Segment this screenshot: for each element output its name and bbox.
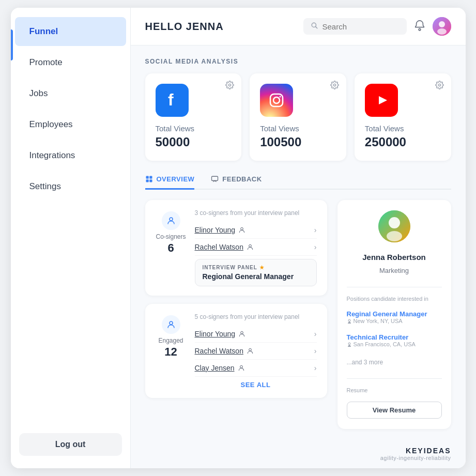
sidebar-label-employees: Employees [29,119,73,129]
sidebar-item-funnel[interactable]: Funnel [15,17,126,46]
sidebar-label-jobs: Jobs [29,88,48,98]
svg-rect-19 [212,176,218,180]
cosigner-name-2: Rachel Watson [195,243,243,251]
svg-point-12 [438,84,440,86]
divider-1 [347,287,442,287]
main-content: HELLO JENNA [131,8,466,468]
star-icon: ★ [259,265,265,270]
youtube-views-count: 250000 [365,135,441,149]
chevron-icon-4: › [314,347,317,355]
profile-name: Jenna Robertson [347,253,442,262]
positions-label: Positions candidate interested in [347,296,442,302]
youtube-gear-icon[interactable] [435,81,444,92]
svg-point-26 [240,365,242,368]
sidebar-item-settings[interactable]: Settings [15,172,126,201]
engaged-person-2[interactable]: Rachel Watson › [195,343,317,360]
youtube-views-label: Total Views [365,124,441,133]
engaged-right: 5 co-signers from your interview panel E… [195,313,317,389]
svg-point-28 [389,217,400,228]
svg-point-29 [387,231,402,241]
cosigners-label: Co-signers [156,233,186,240]
avatar[interactable] [433,17,451,36]
facebook-views-label: Total Views [156,124,232,133]
profile-avatar [378,210,410,242]
cosigners-right: 3 co-signers from your interview panel E… [195,209,317,286]
position-item-2: Technical Recruiter San Francisco, CA, U… [347,333,442,347]
chevron-icon-2: › [314,243,317,251]
tab-overview[interactable]: OVERVIEW [145,175,195,190]
engaged-count: 12 [164,345,177,359]
see-all-button[interactable]: SEE ALL [195,377,317,389]
cosigner-person-2[interactable]: Rachel Watson › [195,239,317,256]
engaged-person-1[interactable]: Elinor Young › [195,326,317,343]
svg-point-25 [249,348,252,351]
sidebar-item-employees[interactable]: Employees [15,110,126,139]
profile-panel: Jenna Robertson Marketing Positions cand… [337,200,451,429]
tab-feedback-label: FEEDBACK [222,175,262,183]
svg-rect-15 [146,176,148,179]
svg-point-23 [170,321,173,325]
svg-point-2 [419,28,421,30]
cosigners-person-icon [162,211,180,230]
engaged-label: Engaged [158,337,183,344]
svg-point-10 [273,97,280,103]
app-container: Funnel Promote Jobs Employees Integratio… [11,8,466,468]
instagram-views-count: 100500 [260,135,336,149]
svg-point-31 [348,343,350,345]
svg-line-1 [315,26,317,28]
engaged-card: Engaged 12 5 co-signers from your interv… [145,304,327,398]
svg-point-22 [249,244,252,247]
facebook-card: f Total Views 50000 [145,73,242,161]
position-loc-text-1: New York, NY, USA [354,318,403,324]
sidebar-item-integrations[interactable]: Integrations [15,141,126,170]
position-title-2[interactable]: Technical Recruiter [347,333,442,341]
panel-left: Co-signers 6 3 co-signers from your inte… [145,200,327,429]
sidebar-label-integrations: Integrations [29,150,75,160]
sidebar: Funnel Promote Jobs Employees Integratio… [11,8,131,468]
svg-point-5 [437,28,447,35]
footer: KEYIDEAS agility-ingenuity-reliability [131,441,466,468]
social-cards: f Total Views 50000 [145,73,451,161]
youtube-logo [365,84,398,117]
svg-point-8 [333,84,335,86]
instagram-gear-icon[interactable] [330,81,339,92]
position-loc-1: New York, NY, USA [347,318,442,324]
svg-rect-18 [149,179,152,182]
notification-icon[interactable] [414,20,425,34]
position-item-1: Reginal General Manager New York, NY, US… [347,310,442,324]
header-right [303,17,451,36]
sidebar-item-jobs[interactable]: Jobs [15,79,126,108]
cosigners-count: 6 [167,241,174,255]
cosigner-person-1[interactable]: Elinor Young › [195,222,317,239]
tab-feedback[interactable]: FEEDBACK [211,175,262,190]
logout-button[interactable]: Log out [19,433,122,456]
logout-section: Log out [11,433,130,456]
view-resume-button[interactable]: View Resume [347,402,442,419]
panel: Co-signers 6 3 co-signers from your inte… [145,200,451,429]
svg-rect-16 [149,176,152,179]
facebook-views-count: 50000 [156,135,232,149]
resume-label: Resume [347,387,442,393]
position-loc-2: San Francisco, CA, USA [347,341,442,347]
header: HELLO JENNA [131,8,466,45]
svg-point-11 [280,96,281,98]
engaged-name-1: Elinor Young [195,330,236,338]
engaged-person-3[interactable]: Clay Jensen › [195,360,317,377]
page-title: HELLO JENNA [145,21,224,33]
facebook-logo: f [156,84,189,117]
cosigners-left: Co-signers 6 [156,209,187,286]
interview-panel-label: INTERVIEW PANEL [203,265,257,270]
search-input[interactable] [323,22,395,31]
search-bar[interactable] [303,18,407,35]
instagram-card: Total Views 100500 [250,73,346,161]
sidebar-item-promote[interactable]: Promote [15,48,126,77]
sidebar-label-settings: Settings [29,181,61,191]
facebook-gear-icon[interactable] [225,81,234,92]
position-title-1[interactable]: Reginal General Manager [347,310,442,318]
search-icon [311,22,318,31]
instagram-logo [260,84,293,117]
active-indicator [11,29,13,60]
engaged-left: Engaged 12 [156,313,187,389]
social-section-title: SOCIAL MEDIA ANALYSIS [145,58,451,65]
svg-point-4 [439,21,445,27]
